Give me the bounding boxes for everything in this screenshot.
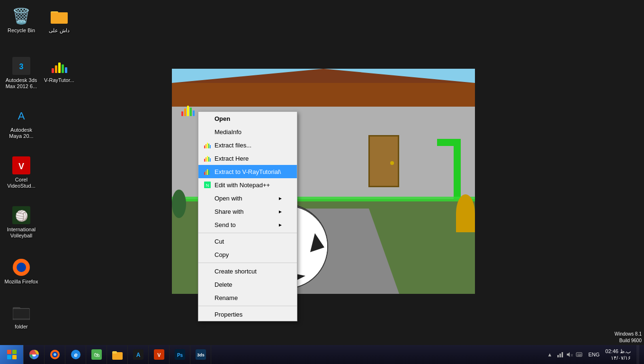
create-shortcut-icon [203, 267, 212, 275]
folder-icon [50, 7, 69, 26]
context-menu-delete[interactable]: Delete [198, 278, 297, 291]
context-menu-cut[interactable]: Cut [198, 235, 297, 248]
taskbar-3dsmax[interactable]: 3ds [190, 345, 211, 364]
share-with-label: Share with [215, 208, 274, 215]
start-button[interactable] [0, 345, 24, 364]
open-label: Open [215, 115, 283, 122]
taskbar-photoshop[interactable]: Ps [170, 345, 190, 364]
taskbar-autodesk[interactable]: A [128, 345, 149, 364]
firefox-desktop-icon [12, 258, 31, 277]
notepad-icon: N [203, 181, 212, 189]
taskbar-corel[interactable]: V [149, 345, 170, 364]
context-menu-extract-here[interactable]: Extract Here [198, 152, 297, 165]
cut-label: Cut [215, 238, 283, 245]
context-menu-open[interactable]: Open [198, 112, 297, 125]
share-with-arrow: ► [278, 209, 283, 214]
desktop-icon-dash-ali[interactable]: داش علی [40, 5, 78, 36]
taskbar-ie[interactable]: e [65, 345, 86, 364]
context-menu-rename[interactable]: Rename [198, 291, 297, 304]
volume-icon[interactable]: )))) [566, 351, 573, 358]
firefox-desktop-label: Mozilla Firefox [5, 279, 38, 285]
properties-label: Properties [215, 311, 283, 318]
context-menu-open-with[interactable]: Open with ► [198, 191, 297, 205]
context-menu-share-with[interactable]: Share with ► [198, 205, 297, 218]
show-hidden-icons[interactable]: ▲ [547, 352, 553, 357]
desktop-icon-autodesk-3ds[interactable]: 3 Autodesk 3ds Max 2012 6... [2, 55, 40, 91]
recycle-bin-label: Recycle Bin [8, 27, 35, 34]
properties-icon [203, 310, 212, 318]
svg-text:A: A [136, 352, 140, 358]
desktop-icon-folder[interactable]: folder [2, 301, 40, 332]
svg-text:V: V [18, 162, 24, 171]
store-icon: 🛍 [91, 349, 102, 360]
mediainfo-icon [203, 127, 212, 136]
desktop-icon-maya[interactable]: A Autodesk Maya 20... [2, 104, 40, 141]
tray-language[interactable]: ENG [589, 352, 600, 357]
taskbar-firefox[interactable] [45, 345, 65, 364]
photoshop-taskbar-icon: Ps [174, 349, 186, 360]
windows-build: Build 9600 [615, 337, 642, 344]
chrome-icon [28, 349, 40, 360]
folder-desktop-icon [12, 303, 31, 322]
context-menu-extract-to[interactable]: Extract to V-RayTutorial\ [198, 165, 297, 178]
context-menu-notepad[interactable]: N Edit with Notepad++ [198, 178, 297, 191]
send-to-label: Send to [215, 221, 274, 228]
create-shortcut-label: Create shortcut [215, 268, 283, 275]
taskbar-store[interactable]: 🛍 [86, 345, 107, 364]
context-menu-mediainfo[interactable]: MediaInfo [198, 125, 297, 138]
desktop-icon-vray[interactable]: V-RayTutor... [40, 55, 78, 85]
share-with-icon [203, 207, 212, 216]
notepad-label: Edit with Notepad++ [215, 182, 283, 189]
copy-icon [203, 250, 212, 259]
copy-label: Copy [215, 251, 283, 258]
separator-2 [198, 263, 297, 263]
separator-1 [198, 233, 297, 233]
send-to-arrow: ► [278, 222, 283, 228]
desktop-icon-corel[interactable]: V Corel VideoStud... [2, 154, 40, 191]
rename-icon [203, 293, 212, 302]
open-with-label: Open with [215, 195, 274, 202]
corel-icon: V [12, 156, 31, 175]
desktop-icon-recycle-bin[interactable]: 🗑️ Recycle Bin [2, 5, 40, 36]
folder-taskbar-icon [112, 349, 123, 360]
context-menu-send-to[interactable]: Send to ► [198, 218, 297, 231]
context-menu-extract-files[interactable]: Extract files... [198, 138, 297, 152]
tray-icons: )))) ⌨ [556, 351, 583, 358]
separator-3 [198, 306, 297, 306]
desktop: 🗑️ Recycle Bin داش علی 3 Autodesk 3ds Ma… [0, 0, 644, 364]
svg-rect-46 [559, 354, 561, 357]
tray-time[interactable]: 02:46 ب.ظ ۱۴/۰۷/۱۶ [605, 348, 631, 362]
keyboard-icon[interactable]: ⌨ [575, 351, 583, 358]
taskbar-chrome[interactable] [24, 345, 45, 364]
extract-here-label: Extract Here [215, 155, 283, 162]
extract-to-icon [203, 167, 212, 176]
desktop-icon-volleyball[interactable]: 🏐 International Volleyball [2, 204, 40, 241]
svg-text:N: N [206, 183, 209, 188]
taskbar-folder[interactable] [107, 345, 128, 364]
network-icon[interactable] [556, 351, 564, 358]
context-menu: Open MediaInfo Extract files... [198, 111, 297, 321]
show-desktop-button[interactable] [636, 345, 639, 364]
svg-point-12 [17, 263, 26, 272]
context-menu-create-shortcut[interactable]: Create shortcut [198, 264, 297, 278]
svg-text:A: A [18, 110, 25, 122]
taskbar-apps: e 🛍 [24, 345, 211, 364]
svg-rect-2 [51, 12, 68, 23]
taskbar: e 🛍 [0, 345, 644, 364]
svg-text:)))): )))) [571, 354, 573, 356]
recycle-bin-icon: 🗑️ [12, 7, 31, 26]
desktop-icon-firefox[interactable]: Mozilla Firefox [2, 256, 40, 287]
context-menu-copy[interactable]: Copy [198, 248, 297, 261]
tray-time-text: 02:46 ب.ظ [605, 348, 631, 355]
extract-here-icon [203, 154, 212, 163]
windows-version: Windows 8.1 [615, 331, 642, 337]
ie-icon: e [70, 349, 81, 360]
autodesk-taskbar-icon: A [133, 349, 144, 360]
firefox-taskbar-icon [49, 349, 61, 360]
svg-text:🛍: 🛍 [94, 352, 99, 358]
folder-desktop-label: folder [15, 324, 28, 330]
volleyball-label: International Volleyball [4, 227, 38, 239]
svg-marker-48 [567, 352, 570, 357]
svg-text:🏐: 🏐 [15, 209, 28, 222]
context-menu-properties[interactable]: Properties [198, 308, 297, 321]
